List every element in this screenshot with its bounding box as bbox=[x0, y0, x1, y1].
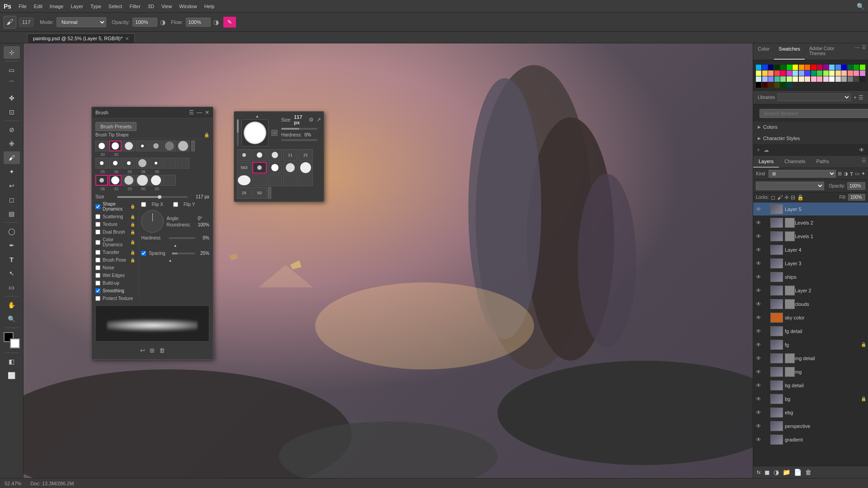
menu-edit[interactable]: Edit bbox=[34, 4, 42, 9]
layer-row-Layer_5[interactable]: 👁 Layer 5 bbox=[753, 202, 868, 216]
swatch-cell-7[interactable] bbox=[799, 65, 804, 70]
kind-pixel-icon[interactable]: ⊞ bbox=[838, 171, 842, 177]
btp-tip-10[interactable] bbox=[298, 162, 313, 174]
lock-image-btn[interactable]: 🖌 bbox=[777, 194, 783, 201]
layer-row-sky_color[interactable]: 👁 sky color bbox=[753, 311, 868, 324]
swatch-cell-53[interactable] bbox=[860, 76, 865, 82]
btp-tip-11[interactable] bbox=[237, 174, 251, 186]
layer-eye-1[interactable]: 👁 bbox=[755, 219, 762, 226]
layer-row-Levels_2[interactable]: 👁 Levels 2 bbox=[753, 216, 868, 230]
brush-tip-cell-sel-1[interactable] bbox=[95, 175, 108, 186]
menu-3d[interactable]: 3D bbox=[148, 4, 154, 9]
lib-bottom-icon-1[interactable]: + bbox=[757, 147, 760, 153]
brush-tip-cell-sel-3[interactable] bbox=[123, 175, 135, 186]
canvas-area[interactable]: Brush ☰ — ✕ Brush Presets Brush Tip Shap… bbox=[24, 43, 753, 478]
rectangular-marquee-tool[interactable]: ▭ bbox=[4, 64, 20, 76]
brush-bottom-icon-2[interactable]: ⊞ bbox=[150, 347, 155, 354]
swatch-cell-48[interactable] bbox=[829, 76, 835, 82]
layer-delete-btn[interactable]: 🗑 bbox=[805, 469, 811, 476]
colors-section-header[interactable]: ▶ Colors bbox=[753, 122, 868, 132]
swatch-cell-27[interactable] bbox=[811, 70, 816, 76]
lib-bottom-icon-2[interactable]: ☁ bbox=[764, 147, 769, 153]
brush-tool[interactable]: 🖌 bbox=[4, 151, 20, 164]
btp-tip-scroll[interactable] bbox=[268, 187, 271, 199]
btp-tip-14[interactable] bbox=[283, 174, 297, 186]
lock-position-btn[interactable]: ✛ bbox=[784, 194, 789, 201]
menu-select[interactable]: Select bbox=[108, 4, 123, 9]
swatch-cell-4[interactable] bbox=[780, 65, 786, 70]
swatch-cell-55[interactable] bbox=[762, 82, 768, 88]
crop-tool[interactable]: ⊡ bbox=[4, 106, 20, 118]
btp-tip-6[interactable]: 563 bbox=[237, 162, 251, 174]
layer-eye-10[interactable]: 👁 bbox=[755, 341, 762, 348]
btp-gear-icon[interactable]: ⚙ bbox=[309, 117, 314, 123]
swatch-cell-43[interactable] bbox=[799, 76, 804, 82]
btp-tip-16[interactable]: 25 bbox=[237, 187, 251, 199]
btp-tip-3[interactable] bbox=[268, 149, 282, 161]
layer-row-fg_detail[interactable]: 👁 fg detail bbox=[753, 324, 868, 338]
layer-mask-btn[interactable]: ◼ bbox=[764, 469, 770, 476]
lock-all-btn[interactable]: 🔒 bbox=[797, 194, 804, 201]
opacity-value-input[interactable] bbox=[847, 182, 865, 190]
layer-eye-3[interactable]: 👁 bbox=[755, 246, 762, 253]
btp-tip-5[interactable]: 21 bbox=[298, 149, 313, 161]
transfer-check[interactable]: Transfer🔒 bbox=[95, 249, 135, 256]
brush-tip-cell-7[interactable] bbox=[177, 141, 189, 151]
shape-dynamics-check[interactable]: Shape Dynamics🔒 bbox=[95, 201, 135, 212]
zoom-tool[interactable]: 🔍 bbox=[4, 313, 20, 325]
angle-dial[interactable] bbox=[141, 210, 164, 233]
panel-collapse-icon[interactable]: — bbox=[855, 44, 860, 59]
document-tab[interactable]: painting.psd @ 52.5% (Layer 5, RGB/8)* ✕ bbox=[27, 33, 135, 43]
layer-eye-7[interactable]: 👁 bbox=[755, 300, 762, 308]
smoothing-btn[interactable]: ✎ bbox=[223, 17, 236, 28]
btp-tip-2[interactable] bbox=[252, 149, 267, 161]
eyedropper-tool[interactable]: ⊘ bbox=[4, 123, 20, 136]
opacity-input[interactable] bbox=[132, 18, 157, 27]
layer-row-gradient[interactable]: 👁 gradient bbox=[753, 433, 868, 446]
swatch-cell-10[interactable] bbox=[817, 65, 822, 70]
color-dynamics-check[interactable]: Color Dynamics🔒 bbox=[95, 236, 135, 248]
noise-check[interactable]: Noise bbox=[95, 264, 135, 271]
eraser-tool[interactable]: ◻ bbox=[4, 193, 20, 206]
brush-tip-cell-sel-2[interactable] bbox=[109, 175, 122, 186]
flow-input[interactable] bbox=[186, 18, 211, 27]
spacing-slider[interactable] bbox=[172, 253, 195, 254]
btp-tip-17[interactable]: 50 bbox=[252, 187, 267, 199]
brush-tip-cell-12[interactable] bbox=[150, 158, 162, 169]
btp-tip-4[interactable]: 11 bbox=[283, 149, 297, 161]
clone-stamp-tool[interactable]: ✦ bbox=[4, 165, 20, 178]
gradient-tool[interactable]: ▤ bbox=[4, 207, 20, 220]
swatch-cell-3[interactable] bbox=[774, 65, 780, 70]
brush-tip-cell-sel-6[interactable] bbox=[163, 175, 176, 186]
menu-image[interactable]: Image bbox=[50, 4, 64, 9]
swatch-cell-12[interactable] bbox=[829, 65, 835, 70]
btp-right-btn[interactable]: → bbox=[271, 130, 278, 136]
swatch-cell-26[interactable] bbox=[805, 70, 810, 76]
panel-menu-icon[interactable]: ☰ bbox=[862, 44, 866, 59]
fill-value-input[interactable] bbox=[848, 194, 865, 201]
path-selection-tool[interactable]: ↖ bbox=[4, 267, 20, 280]
swatch-cell-22[interactable] bbox=[780, 70, 786, 76]
layer-row-bg[interactable]: 👁 bg 🔒 bbox=[753, 392, 868, 406]
swatch-cell-33[interactable] bbox=[848, 70, 853, 76]
swatch-cell-47[interactable] bbox=[823, 76, 829, 82]
layer-eye-17[interactable]: 👁 bbox=[755, 436, 762, 443]
brush-tip-cell-8[interactable] bbox=[95, 158, 108, 169]
dodge-tool[interactable]: ◯ bbox=[4, 225, 20, 238]
healing-brush-tool[interactable]: ✙ bbox=[4, 137, 20, 150]
lib-search-input[interactable] bbox=[760, 109, 868, 118]
layer-row-Layer_2[interactable]: 👁 Layer 2 bbox=[753, 284, 868, 297]
layer-eye-4[interactable]: 👁 bbox=[755, 260, 762, 267]
tab-close-btn[interactable]: ✕ bbox=[125, 36, 129, 41]
layer-row-mg_detail[interactable]: 👁 mg detail bbox=[753, 352, 868, 365]
brush-tip-cell-5[interactable] bbox=[150, 141, 162, 151]
tab-color[interactable]: Color bbox=[753, 43, 774, 60]
brush-panel-close-icon[interactable]: ✕ bbox=[205, 109, 209, 116]
swatch-cell-29[interactable] bbox=[823, 70, 829, 76]
tab-swatches[interactable]: Swatches bbox=[774, 43, 805, 60]
layer-eye-15[interactable]: 👁 bbox=[755, 409, 762, 416]
protect-texture-check[interactable]: Protect Texture bbox=[95, 295, 135, 302]
brush-tip-cell-2[interactable] bbox=[109, 141, 122, 151]
quick-select-tool[interactable]: ✤ bbox=[4, 92, 20, 104]
layer-row-Levels_1[interactable]: 👁 Levels 1 bbox=[753, 230, 868, 243]
